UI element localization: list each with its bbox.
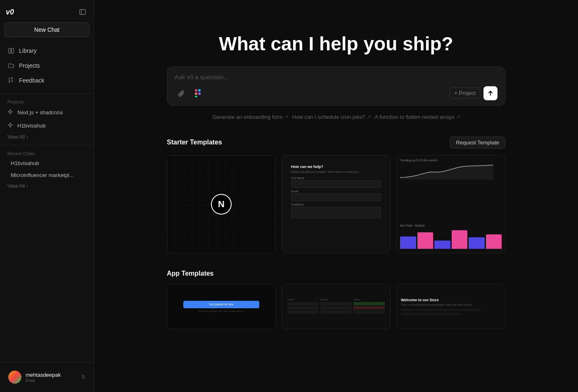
- toolbar-left: [175, 87, 204, 100]
- hero-title: What can I help you ship?: [219, 33, 453, 55]
- template-card-nextjs-forms[interactable]: How can we help? Reach out with your pro…: [282, 155, 391, 253]
- template-info-1: Next.js + Forms Server actions and Zod v…: [282, 253, 390, 253]
- projects-divider: [0, 145, 94, 145]
- project-item-h1bvisahub[interactable]: H1bvisahub: [3, 119, 90, 132]
- app-template-card-2[interactable]: Welcome to our Docs This is a minimalist…: [396, 284, 505, 329]
- app-templates-grid: Get started for free Build and deploy yo…: [167, 284, 505, 329]
- projects-view-all-button[interactable]: View All ›: [0, 132, 94, 142]
- svg-rect-7: [195, 92, 197, 95]
- sidebar-item-feedback[interactable]: Feedback: [3, 73, 90, 87]
- library-label: Library: [19, 47, 37, 54]
- suggestion-chips: Generate an onboarding form ↗ How can I …: [212, 114, 460, 120]
- table-row: [287, 310, 385, 314]
- chart-bar-4: [452, 230, 468, 249]
- recent-chats-label: Recent Chats: [0, 149, 94, 158]
- book-icon: [7, 47, 15, 54]
- request-template-button[interactable]: Request Template: [450, 137, 505, 149]
- chart-line-svg: [400, 163, 502, 179]
- chat-input-container: + Project: [167, 66, 505, 106]
- user-name: mehtasdeepak: [26, 372, 77, 378]
- figma-icon: [194, 89, 201, 98]
- svg-text:v0: v0: [6, 8, 14, 16]
- sidebar-toggle-button[interactable]: [77, 7, 88, 17]
- template-info-0: Next.js + shadcn/ui Next.js + Tailwind C…: [167, 253, 275, 253]
- new-chat-button[interactable]: New Chat: [4, 22, 90, 37]
- svg-rect-5: [195, 89, 197, 92]
- feedback-label: Feedback: [19, 77, 44, 84]
- projects-section-label: Projects: [0, 97, 94, 106]
- folder-icon: [7, 62, 15, 69]
- figma-button[interactable]: [191, 87, 204, 100]
- sidebar: v0 New Chat Library: [0, 0, 94, 392]
- logo-icon: v0: [6, 7, 19, 17]
- avatar-gradient: [8, 371, 21, 384]
- app-preview-1: Acme Partner Status: [282, 284, 390, 329]
- hero-section: What can I help you ship?: [159, 0, 514, 137]
- mini-table: Acme Partner Status: [287, 298, 385, 314]
- sidebar-item-library[interactable]: Library: [3, 44, 90, 58]
- sparkle-icon-2: [7, 122, 14, 129]
- sidebar-footer: mehtasdeepak Free ⇅: [0, 362, 94, 392]
- suggestion-chip-2[interactable]: A function to flatten nested arrays ↗: [375, 114, 460, 120]
- chart-bar-3: [434, 241, 450, 249]
- starter-templates-header: Starter Templates Request Template: [167, 137, 505, 149]
- avatar: [8, 371, 21, 384]
- app-template-card-0[interactable]: Get started for free Build and deploy yo…: [167, 284, 276, 329]
- chat-toolbar: + Project: [175, 86, 497, 100]
- chip-arrow-1: ↗: [367, 114, 371, 120]
- template-preview-nextjs: N: [167, 156, 275, 253]
- template-card-nextjs-shadcn[interactable]: N Next.js + shadcn/ui Next.js + Tailwind…: [167, 155, 276, 253]
- send-icon: [488, 90, 493, 96]
- template-preview-forms: How can we help? Reach out with your pro…: [282, 156, 390, 253]
- sparkle-icon-1: [7, 109, 14, 116]
- paperclip-icon: [178, 90, 185, 97]
- chevron-updown-icon: ⇅: [81, 374, 85, 380]
- chat-item-h1bvisahub[interactable]: H1bvisahub: [3, 158, 90, 169]
- nav-divider: [0, 93, 94, 94]
- user-info: mehtasdeepak Free: [26, 372, 77, 383]
- toolbar-right: + Project: [450, 86, 497, 100]
- send-button[interactable]: [483, 86, 497, 100]
- app-templates-title: App Templates: [167, 270, 214, 277]
- chart-bar-1: [400, 236, 416, 249]
- chat-input[interactable]: [175, 73, 497, 80]
- project-label-2: H1bvisahub: [17, 123, 46, 129]
- template-card-nextjs-charts[interactable]: Trending up 5.2% this month ↑ Bar Chart …: [396, 155, 505, 253]
- starter-templates-section: Starter Templates Request Template N Nex…: [159, 137, 514, 346]
- suggestion-chip-1[interactable]: How can I schedule cron jobs? ↗: [292, 114, 371, 120]
- form-preview-heading: How can we help?: [291, 165, 381, 169]
- sidebar-nav: Library Projects Feedback: [0, 42, 94, 90]
- table-row: [287, 306, 385, 309]
- project-item-nextjs-shadcn[interactable]: Next.js + shadcn/ui: [3, 106, 90, 118]
- chart-bar-6: [486, 234, 502, 249]
- app-preview-0: Get started for free Build and deploy yo…: [167, 284, 275, 329]
- svg-point-9: [198, 92, 201, 95]
- sidebar-item-projects[interactable]: Projects: [3, 59, 90, 73]
- v0-logo-svg: v0: [6, 7, 19, 17]
- starter-templates-grid: N Next.js + shadcn/ui Next.js + Tailwind…: [167, 155, 505, 253]
- user-plan: Free: [26, 378, 77, 383]
- chat-item-microinfluencer[interactable]: Microinfluencer marketpl...: [3, 170, 90, 181]
- svg-rect-6: [198, 89, 201, 92]
- app-templates-header: App Templates: [167, 270, 505, 277]
- nextjs-logo: N: [211, 194, 232, 215]
- chats-view-all-button[interactable]: View All ›: [0, 182, 94, 191]
- add-project-button[interactable]: + Project: [450, 87, 480, 99]
- sidebar-header: v0: [0, 0, 94, 22]
- attach-button[interactable]: [175, 87, 188, 100]
- suggestion-chip-0[interactable]: Generate an onboarding form ↗: [212, 114, 288, 120]
- docs-preview-title: Welcome to our Docs: [401, 298, 439, 302]
- chart-bar-5: [469, 237, 485, 249]
- template-preview-charts: Trending up 5.2% this month ↑ Bar Chart …: [397, 156, 505, 253]
- template-info-2: Next.js + Charts Build charts using shad…: [397, 253, 505, 253]
- table-row: [287, 302, 385, 305]
- user-profile[interactable]: mehtasdeepak Free ⇅: [4, 367, 90, 387]
- projects-label: Projects: [19, 62, 40, 69]
- svg-rect-3: [9, 48, 11, 53]
- panel-icon: [79, 8, 86, 16]
- main-content: What can I help you ship?: [94, 0, 578, 392]
- app-template-card-1[interactable]: Acme Partner Status: [282, 284, 391, 329]
- chart-bar-2: [417, 232, 434, 249]
- project-label-1: Next.js + shadcn/ui: [17, 109, 63, 116]
- logo: v0: [6, 7, 19, 17]
